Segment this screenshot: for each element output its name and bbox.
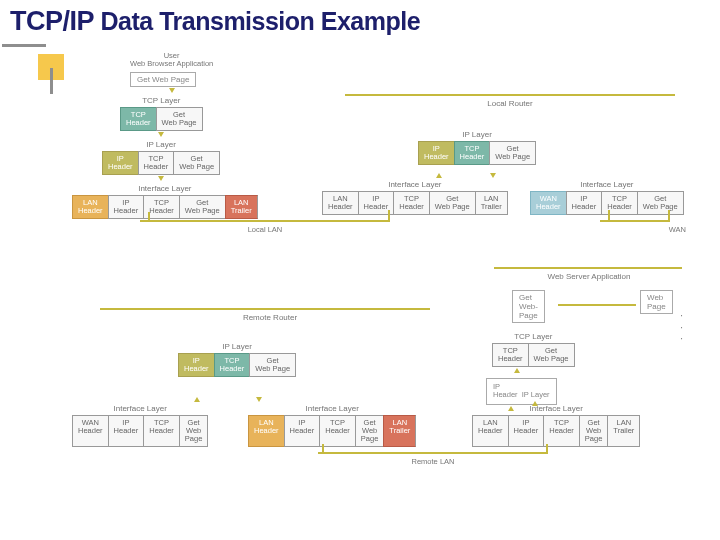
payload-cell: Get Web Page xyxy=(173,151,220,175)
user-get-web-page: Get Web Page xyxy=(130,72,196,87)
ws-get-web-page: Get Web- Page xyxy=(512,290,545,323)
slide-title: TCP/IP Data Transmission Example xyxy=(10,6,420,37)
wan-row-rrouter-in: WAN Header IP Header TCP Header Get Web … xyxy=(72,415,208,447)
local-lan-bar xyxy=(140,220,390,222)
lan-row-1: LAN Header IP Header TCP Header Get Web … xyxy=(72,195,258,219)
vconn-3 xyxy=(608,210,610,220)
remote-lan-bar xyxy=(318,452,548,454)
arrow-down-rr1 xyxy=(256,397,262,402)
payload-cell: Get Web Page xyxy=(355,415,384,447)
wan-label: WAN xyxy=(600,226,686,234)
ip-header-cell: IP Header xyxy=(178,353,214,377)
lan-trailer-cell: LAN Trailer xyxy=(383,415,416,447)
lan-row-router-in: LAN Header IP Header TCP Header Get Web … xyxy=(322,191,508,215)
arrow-down-3 xyxy=(158,176,164,181)
web-server-app-label: Web Server Application xyxy=(494,272,684,281)
tcp-header-cell-plain: TCP Header xyxy=(319,415,355,447)
tcp-row-1: TCP Header Get Web Page xyxy=(120,107,203,131)
arrow-up-r1 xyxy=(436,173,442,178)
wan-bar xyxy=(600,220,670,222)
ip-header-cell: IP Header xyxy=(102,151,138,175)
ip-layer-box-server: IP Header IP Layer xyxy=(486,378,557,405)
tcp-layer-label-2: TCP Layer xyxy=(492,332,575,341)
wan-row-router-out: WAN Header IP Header TCP Header Get Web … xyxy=(530,191,684,215)
ws-get-row: Get Web- Page xyxy=(512,290,545,323)
ip-row-1: IP Header TCP Header Get Web Page xyxy=(102,151,220,175)
ip-header-cell-plain: IP Header xyxy=(284,415,320,447)
vconn-2 xyxy=(388,210,390,220)
tcp-header-cell-plain: TCP Header xyxy=(138,151,174,175)
ip-layer-label-3: IP Layer xyxy=(178,342,296,351)
vconn-5 xyxy=(322,444,324,452)
continuation-dots: ··· xyxy=(680,310,686,345)
lan-header-cell-plain: LAN Header xyxy=(472,415,508,447)
interface-layer-label-2: Interface Layer xyxy=(322,180,508,189)
vconn-6 xyxy=(546,444,548,452)
ip-header-cell-plain: IP Header xyxy=(108,415,144,447)
wan-header-cell-plain: WAN Header xyxy=(72,415,108,447)
ip-header-cell: IP Header xyxy=(418,141,454,165)
lan-row-rrouter-out: LAN Header IP Header TCP Header Get Web … xyxy=(248,415,416,447)
vconn-1 xyxy=(148,212,150,220)
payload-cell: Get Web Page xyxy=(179,415,209,447)
ip-row-router: IP Header TCP Header Get Web Page xyxy=(418,141,536,165)
payload-cell: Get Web Page xyxy=(528,343,575,367)
ip-layer-label-1: IP Layer xyxy=(102,140,220,149)
remote-router-label: Remote Router xyxy=(100,313,440,322)
vconn-4 xyxy=(668,210,670,220)
interface-layer-label-4: Interface Layer xyxy=(72,404,208,413)
ws-topbar xyxy=(494,267,682,269)
ip-header-cell-plain: IP Header xyxy=(566,191,602,215)
payload-cell: Get Web Page xyxy=(579,415,608,447)
router-topbar xyxy=(345,94,675,96)
lan-header-cell-plain: LAN Header xyxy=(322,191,358,215)
lan-trailer-cell-plain: LAN Trailer xyxy=(475,191,508,215)
payload-cell: Get Web Page xyxy=(249,353,296,377)
ip-layer-label-2: IP Layer xyxy=(418,130,536,139)
tcp-header-cell-plain: TCP Header xyxy=(601,191,637,215)
payload-cell: Get Web Page xyxy=(429,191,475,215)
ip-header-cell-plain: IP Header xyxy=(108,195,144,219)
tcp-header-cell-plain: TCP Header xyxy=(492,343,528,367)
interface-layer-label-6: Interface Layer xyxy=(472,404,640,413)
tcp-layer-label-1: TCP Layer xyxy=(120,96,203,105)
arrow-up-rr1 xyxy=(194,397,200,402)
interface-layer-label-3: Interface Layer xyxy=(530,180,684,189)
arrow-down-r1 xyxy=(490,173,496,178)
tcp-header-cell-plain: TCP Header xyxy=(143,415,179,447)
tcp-header-cell-plain: TCP Header xyxy=(393,191,429,215)
wan-header-cell: WAN Header xyxy=(530,191,566,215)
arrow-up-srv1 xyxy=(514,368,520,373)
arrow-down-1 xyxy=(169,88,175,93)
ws-link-bar xyxy=(558,304,636,306)
tcp-header-cell-plain: TCP Header xyxy=(543,415,579,447)
payload-cell: Get Web Page xyxy=(637,191,684,215)
remote-router-bar xyxy=(100,308,430,310)
tcp-row-server: TCP Header Get Web Page xyxy=(492,343,575,367)
lan-trailer-cell: LAN Trailer xyxy=(225,195,258,219)
title-sub: Data Transmission Example xyxy=(101,7,421,35)
decor-bar-2 xyxy=(50,68,53,94)
user-label: User Web Browser Application xyxy=(130,52,213,68)
lan-row-server-in: LAN Header IP Header TCP Header Get Web … xyxy=(472,415,640,447)
lan-header-cell: LAN Header xyxy=(72,195,108,219)
ws-web-page: Web Page xyxy=(640,290,673,314)
tcp-header-cell: TCP Header xyxy=(120,107,156,131)
local-lan-label: Local LAN xyxy=(140,226,390,234)
interface-layer-label-5: Interface Layer xyxy=(248,404,416,413)
remote-lan-label: Remote LAN xyxy=(318,458,548,466)
lan-header-cell: LAN Header xyxy=(248,415,284,447)
decor-bar-1 xyxy=(2,44,46,47)
arrow-up-srv3 xyxy=(532,401,538,406)
lan-trailer-cell-plain: LAN Trailer xyxy=(607,415,640,447)
local-router-label: Local Router xyxy=(340,99,680,108)
title-main: TCP/IP xyxy=(10,6,94,36)
payload-cell: Get Web Page xyxy=(156,107,203,131)
payload-cell: Get Web Page xyxy=(179,195,225,219)
interface-layer-label-1: Interface Layer xyxy=(72,184,258,193)
tcp-header-cell: TCP Header xyxy=(454,141,490,165)
payload-cell: Get Web Page xyxy=(489,141,536,165)
ip-row-rrouter: IP Header TCP Header Get Web Page xyxy=(178,353,296,377)
arrow-down-2 xyxy=(158,132,164,137)
tcp-header-cell: TCP Header xyxy=(214,353,250,377)
